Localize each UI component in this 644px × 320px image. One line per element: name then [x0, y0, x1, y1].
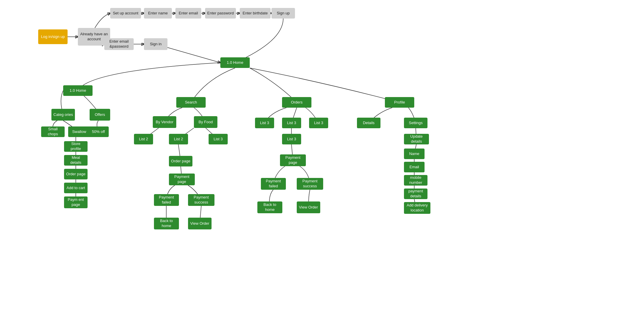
node-fiftyoff[interactable]: 50% off	[88, 126, 109, 137]
node-name[interactable]: Name	[404, 149, 425, 159]
node-details[interactable]: Details	[357, 118, 380, 128]
diagram-canvas: Log in/sign upAlready have an accountSet…	[0, 0, 644, 320]
node-paymentsuccess_mid[interactable]: Payment success	[188, 194, 214, 206]
node-paymentpage_left[interactable]: Paym ent page	[64, 196, 88, 208]
node-categories[interactable]: Categ ories	[51, 109, 75, 121]
node-orderpage_left[interactable]: Order page	[64, 169, 88, 179]
node-list2_food[interactable]: List 2	[169, 134, 188, 144]
node-list3_ord2[interactable]: List 3	[282, 118, 301, 128]
node-list3_ord1[interactable]: List 3	[255, 118, 274, 128]
node-paymentdetails[interactable]: payment details	[404, 189, 427, 199]
node-addtocart[interactable]: Add to cart	[64, 183, 88, 193]
node-login[interactable]: Log in/sign up	[38, 29, 68, 44]
node-backtohome_mid[interactable]: Back to home	[154, 218, 179, 229]
node-offers[interactable]: Offers	[90, 109, 110, 121]
arrows-svg	[0, 0, 644, 320]
node-search_mid[interactable]: Search	[176, 97, 206, 108]
node-enteremailpw[interactable]: Enter email &password	[104, 38, 134, 50]
node-list3_ord3[interactable]: List 3	[309, 118, 328, 128]
node-mobilenumber[interactable]: mobile number	[404, 175, 427, 186]
node-signin[interactable]: Sign in	[144, 38, 167, 50]
node-paymentsuccess_ord[interactable]: Payment success	[297, 178, 323, 190]
node-mealdetails[interactable]: Meal details	[64, 155, 88, 166]
node-orders_mid[interactable]: Orders	[282, 97, 311, 108]
node-profile_right[interactable]: Profile	[385, 97, 414, 108]
node-vieworder_ord[interactable]: View Order	[297, 201, 320, 213]
node-setup[interactable]: Set up account	[110, 8, 141, 19]
node-vieworder_mid[interactable]: View Order	[188, 218, 212, 229]
node-paymentpage_mid[interactable]: Payment page	[169, 174, 195, 185]
node-list3_ord4[interactable]: List 3	[282, 134, 301, 144]
node-byfood[interactable]: By Food	[194, 116, 217, 128]
node-paymentfailed_ord[interactable]: Payment failed	[261, 178, 286, 190]
node-backtohome_ord[interactable]: Back to home	[257, 201, 282, 213]
node-list2_vendor[interactable]: List 2	[134, 134, 153, 144]
node-home_left[interactable]: 1.0 Home	[63, 85, 93, 96]
node-updatedetails[interactable]: Update details	[404, 134, 429, 144]
node-byvendor[interactable]: By Vendor	[153, 116, 176, 128]
node-paymentfailed_mid[interactable]: Payment failed	[154, 194, 179, 206]
node-swallow[interactable]: Swallow	[68, 126, 90, 137]
node-enteremail1[interactable]: Enter email	[175, 8, 201, 19]
node-list3_food[interactable]: List 3	[209, 134, 228, 144]
node-enterpassword1[interactable]: Enter password	[205, 8, 236, 19]
node-adddelivery[interactable]: Add delivery location	[404, 202, 430, 214]
node-email_p[interactable]: Email	[404, 162, 425, 172]
node-entername[interactable]: Enter name	[144, 8, 172, 19]
node-home_top[interactable]: 1.0 Home	[220, 57, 250, 68]
node-enterbirthdate[interactable]: Enter birthdate	[240, 8, 271, 19]
node-settings[interactable]: Settings	[404, 118, 427, 128]
node-signup[interactable]: Sign up	[271, 8, 295, 19]
node-storeprofile[interactable]: Store profile	[64, 141, 88, 152]
node-paymentpage_ord[interactable]: Payment page	[280, 154, 306, 166]
node-smallchops[interactable]: Small chops	[41, 126, 65, 137]
node-orderpage_mid[interactable]: Order page	[169, 156, 192, 166]
